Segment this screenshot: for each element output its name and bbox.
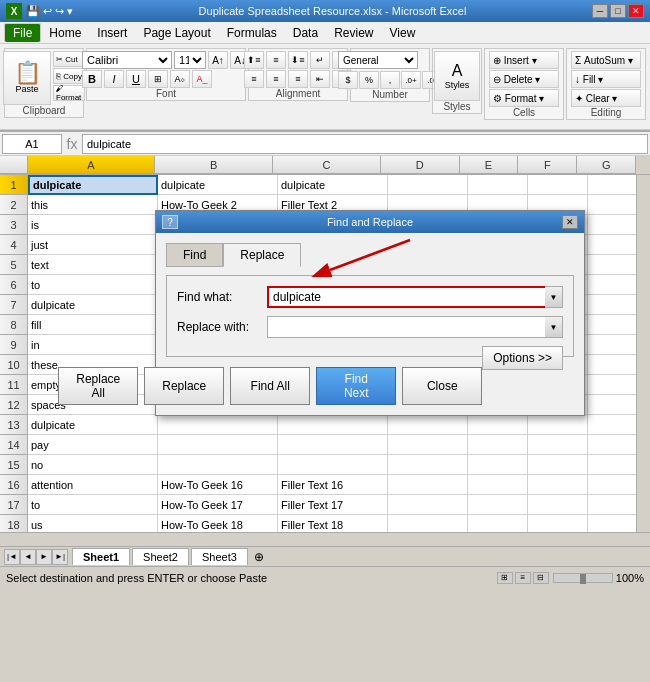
dialog-buttons: Replace All Replace Find All Find Next C… [166,367,482,405]
dialog-overlay: ? Find and Replace ✕ Find Replace Find w… [0,0,650,682]
find-all-button[interactable]: Find All [230,367,310,405]
find-row: Find what: ▼ [177,286,563,308]
dialog-help-button[interactable]: ? [162,215,178,229]
find-input[interactable] [267,286,563,308]
replace-input-wrapper: ▼ [267,316,563,338]
tab-replace[interactable]: Replace [223,243,301,267]
find-next-button[interactable]: Find Next [316,367,396,405]
find-replace-dialog: ? Find and Replace ✕ Find Replace Find w… [155,210,585,416]
replace-all-button[interactable]: Replace All [58,367,138,405]
replace-label: Replace with: [177,320,267,334]
find-label: Find what: [177,290,267,304]
dialog-close-btn[interactable]: Close [402,367,482,405]
tab-find[interactable]: Find [166,243,223,267]
dialog-close-button[interactable]: ✕ [562,215,578,229]
dialog-titlebar: ? Find and Replace ✕ [156,211,584,233]
dialog-title: Find and Replace [327,216,413,228]
replace-row: Replace with: ▼ [177,316,563,338]
replace-input[interactable] [267,316,563,338]
dialog-tabs: Find Replace [166,243,574,267]
dialog-body: Find what: ▼ Replace with: ▼ Options >> [166,275,574,357]
replace-dropdown-button[interactable]: ▼ [545,316,563,338]
find-dropdown-button[interactable]: ▼ [545,286,563,308]
options-button[interactable]: Options >> [482,346,563,370]
find-input-wrapper: ▼ [267,286,563,308]
dialog-content: Find Replace Find what: ▼ Replace with: … [156,233,584,415]
replace-button[interactable]: Replace [144,367,224,405]
